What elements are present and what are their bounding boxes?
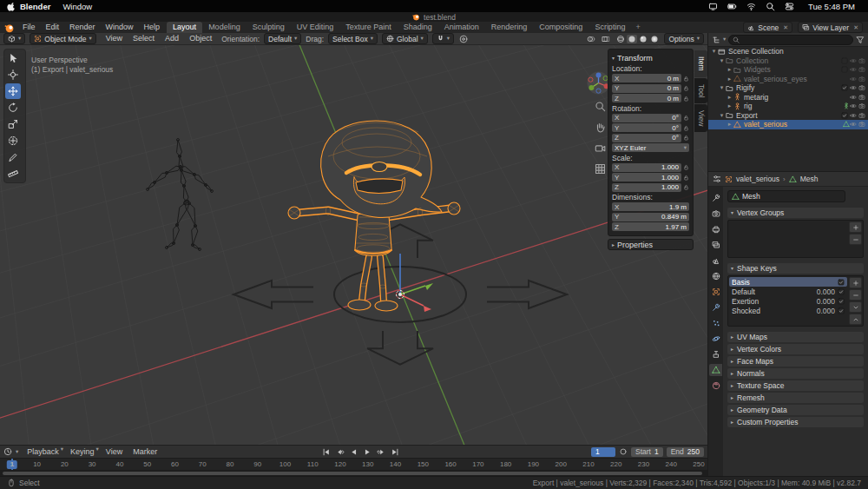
- eye-toggle-icon[interactable]: [850, 102, 857, 109]
- camera-toggle-icon[interactable]: [858, 57, 865, 64]
- rotation-field-x[interactable]: X0°: [612, 114, 681, 122]
- eye-toggle-icon[interactable]: [850, 94, 857, 101]
- properties-tab-tool[interactable]: [709, 192, 722, 204]
- battery-icon[interactable]: [727, 2, 737, 11]
- outliner-row-scene-collection[interactable]: ▾Scene Collection: [708, 47, 868, 56]
- sidebar-tab-view[interactable]: View: [694, 104, 707, 132]
- orientation-dropdown[interactable]: Default ▾: [264, 33, 301, 44]
- sidebar-tab-item[interactable]: Item: [694, 50, 707, 77]
- transform-gizmo[interactable]: [397, 254, 434, 312]
- viewport-menu-view[interactable]: View: [101, 33, 128, 44]
- shape-key-mute-checkbox[interactable]: [838, 288, 845, 295]
- tool-scale[interactable]: [5, 116, 21, 132]
- eye-toggle-icon[interactable]: [850, 84, 857, 91]
- panel-uv-maps[interactable]: ▸UV Maps: [727, 332, 864, 342]
- exclude-checkbox[interactable]: [841, 66, 848, 73]
- editor-properties-icon[interactable]: [713, 175, 721, 183]
- add-workspace-button[interactable]: +: [631, 22, 644, 33]
- panel-expand-icon[interactable]: ▾: [612, 56, 615, 61]
- tool-select-box[interactable]: [5, 50, 21, 66]
- outliner-row-rigify[interactable]: ▾Rigify: [708, 83, 868, 93]
- editor-timeline-icon[interactable]: [3, 447, 12, 456]
- eye-toggle-icon[interactable]: [850, 76, 857, 83]
- play-reverse-button[interactable]: [347, 447, 359, 458]
- shape-key-mute-checkbox[interactable]: [838, 307, 845, 314]
- properties-tab-world[interactable]: [709, 270, 722, 282]
- disclosure-down-icon[interactable]: ▾: [718, 84, 726, 91]
- shading-material-button[interactable]: [638, 35, 648, 43]
- camera-toggle-icon[interactable]: [858, 94, 865, 101]
- location-field-z[interactable]: Z0 m: [612, 94, 681, 102]
- panel-expand-icon[interactable]: ▾: [731, 210, 733, 215]
- panel-normals[interactable]: ▸Normals: [727, 368, 864, 379]
- sidebar-properties-panel[interactable]: ▸ Properties: [608, 239, 694, 250]
- timeline-menu-playback[interactable]: Playback: [22, 446, 64, 458]
- lock-icon[interactable]: [683, 85, 689, 91]
- disclosure-right-icon[interactable]: ▸: [726, 102, 733, 109]
- workspace-tab-scripting[interactable]: Scripting: [589, 22, 631, 33]
- camera-view-icon[interactable]: [595, 142, 606, 154]
- toggle-xray-icon[interactable]: [601, 35, 611, 43]
- tool-rotate[interactable]: [5, 100, 21, 116]
- properties-tab-particles[interactable]: [709, 317, 722, 329]
- disclosure-down-icon[interactable]: ▾: [718, 112, 726, 119]
- play-button[interactable]: [361, 447, 373, 458]
- workspace-tab-layout[interactable]: Layout: [167, 22, 202, 33]
- properties-tab-object-data[interactable]: [709, 364, 722, 376]
- previous-keyframe-button[interactable]: [333, 447, 345, 458]
- lock-icon[interactable]: [683, 135, 689, 141]
- timeline-menu-marker[interactable]: Marker: [128, 446, 162, 458]
- view-layer-selector[interactable]: View Layer ✕: [798, 22, 863, 33]
- shape-key-value[interactable]: 0.000: [817, 307, 835, 315]
- eye-toggle-icon[interactable]: [850, 66, 857, 73]
- disclosure-down-icon[interactable]: ▾: [718, 57, 726, 64]
- display-icon[interactable]: [708, 2, 718, 11]
- scene-selector[interactable]: Scene ✕: [743, 22, 792, 33]
- lock-icon[interactable]: [683, 175, 689, 181]
- rotation-field-z[interactable]: Z0°: [612, 134, 681, 142]
- scrollbar-thumb[interactable]: [3, 472, 702, 475]
- vertex-groups-rows[interactable]: [728, 221, 848, 257]
- disclosure-right-icon[interactable]: ▸: [726, 121, 733, 128]
- outliner-row-export[interactable]: ▾Export: [708, 111, 868, 121]
- vertex-group-remove-button[interactable]: [849, 234, 862, 245]
- options-dropdown[interactable]: Options ▾: [664, 33, 704, 44]
- tool-cursor[interactable]: [5, 67, 21, 83]
- panel-vertex-colors[interactable]: ▸Vertex Colors: [727, 344, 864, 354]
- show-overlays-icon[interactable]: [586, 35, 596, 43]
- exclude-checkbox[interactable]: [841, 84, 848, 91]
- camera-toggle-icon[interactable]: [858, 66, 865, 73]
- workspace-tab-animation[interactable]: Animation: [438, 22, 485, 33]
- mesh-data-dropdown[interactable]: Mesh: [727, 190, 845, 202]
- tool-measure[interactable]: [5, 166, 21, 182]
- breadcrumb-object[interactable]: valet_serious: [736, 175, 779, 183]
- editor-type-selector[interactable]: ▾: [3, 33, 25, 44]
- navigation-gizmo[interactable]: [587, 71, 610, 95]
- outliner-row-valet-serious[interactable]: ▸valet_serious: [708, 120, 868, 129]
- menu-file[interactable]: File: [17, 22, 41, 33]
- timeline-menu-view[interactable]: View: [101, 446, 128, 458]
- jump-to-start-button[interactable]: [319, 447, 332, 458]
- panel-remesh[interactable]: ▸Remesh: [727, 393, 864, 403]
- camera-toggle-icon[interactable]: [858, 76, 865, 83]
- character-mesh[interactable]: [288, 121, 460, 311]
- workspace-tab-rendering[interactable]: Rendering: [485, 22, 534, 33]
- shape-key-value[interactable]: 0.000: [817, 287, 835, 296]
- outliner-search-input[interactable]: [742, 36, 849, 43]
- outliner-row-widgets[interactable]: ▸Widgets: [708, 65, 868, 75]
- drag-dropdown[interactable]: Select Box ▾: [328, 33, 378, 44]
- tool-move[interactable]: [5, 83, 21, 99]
- scale-field-z[interactable]: Z1.000: [612, 183, 681, 192]
- tool-transform[interactable]: [5, 133, 21, 149]
- rotation-mode-dropdown[interactable]: XYZ Euler▾: [612, 143, 689, 152]
- shading-wireframe-button[interactable]: [615, 35, 626, 43]
- apple-logo-icon[interactable]: [7, 2, 16, 11]
- properties-tab-output[interactable]: [709, 223, 722, 235]
- outliner-row-valet-serious-eyes[interactable]: ▸valet_serious_eyes: [708, 75, 868, 84]
- exclude-checkbox[interactable]: [841, 112, 848, 119]
- properties-tab-physics[interactable]: [709, 333, 722, 345]
- app-menu-blender[interactable]: Blender: [16, 2, 56, 11]
- workspace-tab-shading[interactable]: Shading: [398, 22, 438, 33]
- timeline-menu-keying[interactable]: Keying: [65, 446, 100, 458]
- viewport-menu-select[interactable]: Select: [128, 33, 160, 44]
